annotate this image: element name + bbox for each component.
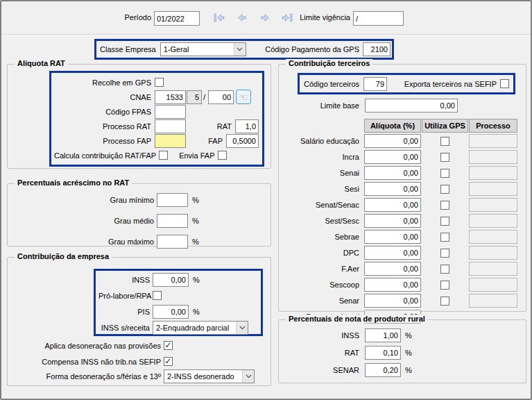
terceiros-table-row: F.Aer	[280, 262, 517, 276]
aliquota-input[interactable]	[364, 294, 421, 308]
processo-input[interactable]	[469, 198, 517, 212]
inss-input[interactable]	[153, 273, 189, 287]
processo-input[interactable]	[469, 150, 517, 164]
inss-percent-sign: %	[193, 276, 200, 284]
utiliza-gps-checkbox[interactable]	[440, 281, 449, 290]
forma-desoneracao-select[interactable]: 2-INSS desonerado	[164, 369, 255, 383]
utiliza-gps-checkbox[interactable]	[440, 265, 449, 274]
periodo-input[interactable]	[154, 11, 200, 26]
next-record-button[interactable]	[259, 12, 271, 25]
processo-fap-input[interactable]	[155, 134, 186, 148]
processo-input[interactable]	[469, 278, 517, 292]
codigo-fpas-input[interactable]	[155, 105, 186, 119]
processo-input[interactable]	[469, 182, 517, 196]
recolhe-gps-checkbox[interactable]	[155, 78, 164, 87]
processo-input[interactable]	[469, 166, 517, 180]
previous-record-button[interactable]	[236, 12, 248, 25]
classe-empresa-select[interactable]: 1-Geral	[160, 42, 246, 56]
chevron-down-icon[interactable]	[236, 322, 248, 334]
processo-rat-input[interactable]	[155, 119, 186, 133]
aliquota-input[interactable]	[364, 166, 421, 180]
terceiros-table-row: Senat/Senac	[280, 198, 517, 212]
processo-input[interactable]	[469, 294, 517, 308]
hand-pointer-icon[interactable]: ☜	[236, 90, 251, 104]
utiliza-gps-checkbox[interactable]	[440, 249, 449, 258]
utiliza-gps-checkbox[interactable]	[440, 153, 449, 162]
header-aliquota: Alíquota (%)	[364, 119, 421, 133]
chevron-down-icon[interactable]	[234, 43, 246, 56]
aliquota-input[interactable]	[364, 278, 421, 292]
rural-row-input[interactable]	[365, 363, 401, 377]
forma-desoneracao-label: Forma desoneração s/férias e 13º	[14, 372, 164, 381]
utiliza-gps-checkbox[interactable]	[440, 185, 449, 194]
utiliza-gps-checkbox[interactable]	[440, 233, 449, 242]
pis-percent-sign: %	[193, 308, 200, 316]
utiliza-gps-checkbox[interactable]	[440, 297, 449, 306]
rural-row-input[interactable]	[365, 346, 401, 360]
processo-input[interactable]	[469, 262, 517, 276]
exporta-terceiros-checkbox[interactable]	[500, 79, 509, 88]
limite-base-input[interactable]	[365, 99, 458, 112]
cnae-input-1[interactable]	[155, 90, 186, 104]
utiliza-gps-checkbox[interactable]	[440, 137, 449, 146]
utiliza-gps-checkbox[interactable]	[440, 201, 449, 210]
next-record-icon	[259, 12, 271, 24]
processo-input[interactable]	[469, 230, 517, 244]
chevron-down-icon[interactable]	[242, 370, 254, 383]
grau-input[interactable]	[157, 193, 188, 207]
grau-label: Grau máximo	[8, 238, 157, 246]
processo-input[interactable]	[469, 246, 517, 260]
aliquota-input[interactable]	[364, 230, 421, 244]
calcula-rat-fap-checkbox[interactable]	[159, 151, 168, 160]
aliquota-input[interactable]	[364, 134, 421, 148]
pro-labore-checkbox[interactable]	[153, 291, 162, 300]
terceiros-row-label: Sesi	[280, 185, 362, 193]
terceiros-table-row: Sesi	[280, 182, 517, 196]
terceiros-table-row: Sest/Sesc	[280, 214, 517, 228]
cnae-input-3[interactable]	[208, 90, 234, 104]
limite-vigencia-input[interactable]	[353, 11, 404, 26]
rat-highlight-box: Recolhe em GPS CNAE / ☜ Código FPAS Proc…	[49, 71, 264, 167]
terceiros-row-label: Senar	[280, 297, 362, 305]
fap-label: FAP	[208, 137, 226, 145]
terceiros-table-header: Alíquota (%) Utiliza GPS Processo	[280, 119, 517, 133]
rat-input[interactable]	[235, 119, 259, 133]
terceiros-row-label: Salário educação	[280, 137, 362, 145]
compensa-inss-label: Compensa INSS não trib.na SEFIP	[14, 358, 164, 366]
grau-input[interactable]	[157, 214, 188, 228]
processo-input[interactable]	[469, 134, 517, 148]
aliquota-input[interactable]	[364, 198, 421, 212]
codigo-terceiros-input[interactable]	[363, 77, 387, 91]
aliquota-input[interactable]	[364, 246, 421, 260]
produtor-rural-row: SENAR %	[280, 362, 526, 377]
processo-input[interactable]	[469, 214, 517, 228]
rat-label: RAT	[217, 122, 235, 131]
percentuais-rat-title: Percentuais acréscimo no RAT	[15, 178, 132, 187]
terceiros-table-row: DPC	[280, 246, 517, 260]
grau-input[interactable]	[157, 235, 188, 249]
terceiros-table-row: Senar	[280, 294, 517, 308]
fap-input[interactable]	[226, 134, 259, 148]
envia-fap-checkbox[interactable]	[218, 151, 227, 160]
cnae-input-2	[187, 90, 202, 104]
aliquota-input[interactable]	[364, 182, 421, 196]
percentual-rat-row: Grau médio %	[8, 213, 271, 228]
aliquota-input[interactable]	[364, 214, 421, 228]
periodo-label: Período	[104, 13, 151, 22]
last-record-button[interactable]	[281, 12, 293, 25]
utiliza-gps-checkbox[interactable]	[440, 169, 449, 178]
previous-record-icon	[236, 12, 248, 24]
compensa-inss-checkbox[interactable]: ✓	[164, 357, 173, 366]
produtor-rural-title: Percentuais de nota de produtor rural	[286, 315, 428, 323]
pis-input[interactable]	[153, 305, 189, 319]
first-record-button[interactable]	[213, 12, 225, 25]
terceiros-row-label: Sest/Sesc	[280, 217, 362, 225]
utiliza-gps-checkbox[interactable]	[440, 217, 449, 226]
aliquota-input[interactable]	[364, 150, 421, 164]
rural-row-input[interactable]	[365, 328, 401, 342]
inss-receita-select[interactable]: 2-Enquadrado parcial	[153, 321, 248, 335]
aplica-desoneracao-checkbox[interactable]: ✓	[164, 341, 173, 350]
aliquota-input[interactable]	[364, 262, 421, 276]
codigo-pagamento-gps-input[interactable]	[363, 42, 391, 56]
percent-sign: %	[192, 217, 199, 225]
